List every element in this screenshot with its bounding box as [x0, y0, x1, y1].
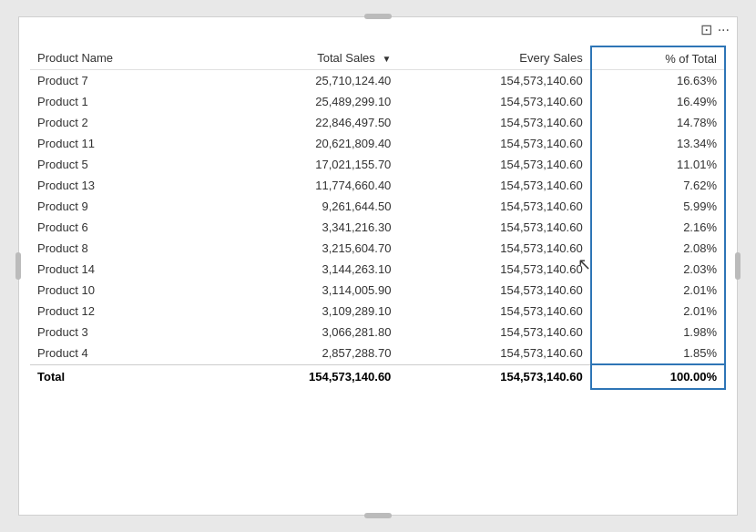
cell-product: Product 2	[30, 112, 208, 133]
table-row: Product 1120,621,809.40154,573,140.6013.…	[30, 133, 725, 154]
table-row: Product 725,710,124.40154,573,140.6016.6…	[30, 70, 725, 92]
cell-pct: 11.01%	[591, 154, 725, 175]
cell-pct: 2.01%	[591, 280, 725, 301]
cell-total-sales: 20,621,809.40	[208, 133, 398, 154]
cell-product: Product 8	[30, 238, 208, 259]
col-header-total-sales[interactable]: Total Sales ▼	[208, 46, 398, 70]
top-resize-handle[interactable]	[364, 14, 392, 19]
cell-pct: 13.34%	[591, 133, 725, 154]
table-row: Product 125,489,299.10154,573,140.6016.4…	[30, 91, 725, 112]
cell-product: Product 10	[30, 280, 208, 301]
cell-total-sales: 3,341,216.30	[208, 217, 398, 238]
table-row: Product 143,144,263.10154,573,140.602.03…	[30, 259, 725, 280]
cell-pct: 1.98%	[591, 322, 725, 343]
cell-total-sales: 25,710,124.40	[208, 70, 398, 92]
cell-every-sales: 154,573,140.60	[398, 70, 590, 92]
footer-label: Total	[30, 364, 208, 389]
cell-product: Product 13	[30, 175, 208, 196]
right-resize-handle[interactable]	[735, 252, 741, 280]
footer-total-sales: 154,573,140.60	[208, 364, 398, 389]
panel-toolbar: ⊡ ···	[19, 17, 737, 42]
cell-every-sales: 154,573,140.60	[398, 238, 590, 259]
footer-pct: 100.00%	[591, 364, 725, 389]
table-row: Product 42,857,288.70154,573,140.601.85%	[30, 343, 725, 364]
table-footer: Total 154,573,140.60 154,573,140.60 100.…	[30, 364, 725, 389]
cell-total-sales: 17,021,155.70	[208, 154, 398, 175]
cell-total-sales: 2,857,288.70	[208, 343, 398, 364]
table-row: Product 99,261,644.50154,573,140.605.99%	[30, 196, 725, 217]
cell-every-sales: 154,573,140.60	[398, 112, 590, 133]
cell-pct: 5.99%	[591, 196, 725, 217]
expand-icon[interactable]: ⊡	[700, 21, 712, 38]
table-row: Product 517,021,155.70154,573,140.6011.0…	[30, 154, 725, 175]
cell-every-sales: 154,573,140.60	[398, 280, 590, 301]
cell-total-sales: 3,109,289.10	[208, 301, 398, 322]
main-panel: ⊡ ··· Product Name Total Sales ▼ Every S…	[18, 16, 738, 516]
cell-product: Product 1	[30, 91, 208, 112]
cell-total-sales: 3,066,281.80	[208, 322, 398, 343]
cell-every-sales: 154,573,140.60	[398, 217, 590, 238]
cell-product: Product 9	[30, 196, 208, 217]
cell-pct: 2.08%	[591, 238, 725, 259]
cell-pct: 16.63%	[591, 70, 725, 92]
cell-pct: 7.62%	[591, 175, 725, 196]
cell-product: Product 6	[30, 217, 208, 238]
table-row: Product 103,114,005.90154,573,140.602.01…	[30, 280, 725, 301]
col-header-pct: % of Total	[591, 46, 725, 70]
cell-every-sales: 154,573,140.60	[398, 322, 590, 343]
cell-total-sales: 11,774,660.40	[208, 175, 398, 196]
table-container: Product Name Total Sales ▼ Every Sales %…	[19, 42, 737, 515]
cell-every-sales: 154,573,140.60	[398, 301, 590, 322]
cell-pct: 2.03%	[591, 259, 725, 280]
cell-total-sales: 9,261,644.50	[208, 196, 398, 217]
table-row: Product 1311,774,660.40154,573,140.607.6…	[30, 175, 725, 196]
cell-product: Product 7	[30, 70, 208, 92]
footer-every-sales: 154,573,140.60	[398, 364, 590, 389]
cell-every-sales: 154,573,140.60	[398, 154, 590, 175]
cell-product: Product 4	[30, 343, 208, 364]
cell-product: Product 3	[30, 322, 208, 343]
col-header-every-sales: Every Sales	[398, 46, 590, 70]
cell-product: Product 5	[30, 154, 208, 175]
left-resize-handle[interactable]	[15, 252, 21, 280]
cell-pct: 2.01%	[591, 301, 725, 322]
cell-total-sales: 3,144,263.10	[208, 259, 398, 280]
footer-row: Total 154,573,140.60 154,573,140.60 100.…	[30, 364, 725, 389]
cell-every-sales: 154,573,140.60	[398, 196, 590, 217]
table-body: Product 725,710,124.40154,573,140.6016.6…	[30, 70, 725, 365]
cell-every-sales: 154,573,140.60	[398, 343, 590, 364]
cell-pct: 1.85%	[591, 343, 725, 364]
cell-every-sales: 154,573,140.60	[398, 133, 590, 154]
cell-total-sales: 25,489,299.10	[208, 91, 398, 112]
cell-product: Product 11	[30, 133, 208, 154]
cell-total-sales: 3,215,604.70	[208, 238, 398, 259]
cell-pct: 2.16%	[591, 217, 725, 238]
col-header-product: Product Name	[30, 46, 208, 70]
cell-every-sales: 154,573,140.60	[398, 175, 590, 196]
table-row: Product 222,846,497.50154,573,140.6014.7…	[30, 112, 725, 133]
table-header-row: Product Name Total Sales ▼ Every Sales %…	[30, 46, 725, 70]
cell-total-sales: 3,114,005.90	[208, 280, 398, 301]
more-options-icon[interactable]: ···	[718, 22, 730, 38]
table-row: Product 83,215,604.70154,573,140.602.08%	[30, 238, 725, 259]
sales-table: Product Name Total Sales ▼ Every Sales %…	[30, 46, 726, 390]
bottom-resize-handle[interactable]	[364, 513, 392, 518]
cell-product: Product 14	[30, 259, 208, 280]
cell-product: Product 12	[30, 301, 208, 322]
table-row: Product 123,109,289.10154,573,140.602.01…	[30, 301, 725, 322]
cell-every-sales: 154,573,140.60	[398, 91, 590, 112]
cell-pct: 16.49%	[591, 91, 725, 112]
cell-pct: 14.78%	[591, 112, 725, 133]
cell-every-sales: 154,573,140.60	[398, 259, 590, 280]
table-row: Product 33,066,281.80154,573,140.601.98%	[30, 322, 725, 343]
table-row: Product 63,341,216.30154,573,140.602.16%	[30, 217, 725, 238]
sort-desc-icon: ▼	[382, 54, 391, 64]
cell-total-sales: 22,846,497.50	[208, 112, 398, 133]
